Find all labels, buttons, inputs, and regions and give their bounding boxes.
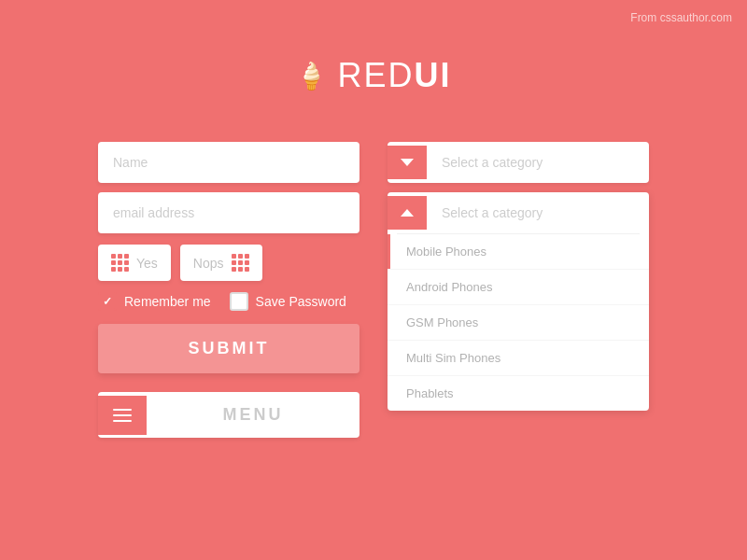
logo-icon: 🍦 — [295, 61, 328, 91]
dropdown-item-label: Multi Sim Phones — [406, 351, 500, 365]
radio-yes-button[interactable]: Yes — [98, 245, 171, 281]
dropdown-item-label: Phablets — [406, 386, 454, 400]
checkbox-row: ✓ Remember me Save Password — [98, 292, 359, 311]
select-closed[interactable]: Select a category — [388, 142, 649, 183]
select-closed-text: Select a category — [427, 142, 649, 183]
dropdown-item-phablets[interactable]: Phablets — [388, 375, 649, 411]
dropdown-item-multi-sim[interactable]: Multi Sim Phones — [388, 340, 649, 375]
submit-button[interactable]: SUBMIT — [98, 324, 359, 373]
checkbox-remember-label: Remember me — [124, 294, 211, 309]
watermark: From cssauthor.com — [630, 11, 732, 24]
left-column: Yes Nops ✓ Remember me Save Pa — [98, 142, 359, 438]
menu-line-3 — [113, 420, 132, 422]
logo-text: REDUI — [337, 56, 451, 95]
checkbox-save-box[interactable] — [230, 292, 248, 311]
email-input[interactable] — [98, 192, 359, 233]
select-arrow-down-icon — [388, 146, 427, 179]
checkbox-remember-box[interactable]: ✓ — [98, 292, 117, 311]
logo-thin: RED — [337, 56, 414, 94]
dropdown-item-android-phones[interactable]: Android Phones — [388, 269, 649, 304]
menu-line-1 — [113, 409, 132, 411]
select-open-text: Select a category — [427, 192, 649, 233]
dropdown-item-label: Mobile Phones — [406, 245, 486, 259]
radio-group: Yes Nops — [98, 245, 359, 281]
select-open-header[interactable]: Select a category — [388, 192, 649, 233]
checkmark-icon: ✓ — [103, 295, 112, 308]
hamburger-icon — [98, 396, 147, 435]
chevron-down-icon — [401, 159, 414, 166]
logo-bold: UI — [415, 56, 452, 94]
dropdown-item-mobile-phones[interactable]: Mobile Phones — [388, 234, 649, 269]
main-content: Yes Nops ✓ Remember me Save Pa — [0, 142, 747, 438]
name-input[interactable] — [98, 142, 359, 183]
select-arrow-up-icon — [388, 196, 427, 230]
radio-nops-button[interactable]: Nops — [180, 245, 262, 281]
checkbox-remember[interactable]: ✓ Remember me — [98, 292, 211, 311]
checkbox-save-label: Save Password — [256, 294, 346, 309]
menu-label: MENU — [147, 392, 359, 438]
right-column: Select a category Select a category Mobi… — [388, 142, 649, 438]
menu-button[interactable]: MENU — [98, 392, 359, 438]
radio-yes-label: Yes — [136, 256, 158, 271]
dropdown-item-label: GSM Phones — [406, 315, 478, 329]
select-open[interactable]: Select a category Mobile Phones Android … — [388, 192, 649, 411]
accent-bar — [388, 234, 390, 269]
checkbox-save[interactable]: Save Password — [230, 292, 346, 311]
grid-icon-yes — [111, 254, 129, 272]
dropdown-item-label: Android Phones — [406, 280, 493, 294]
grid-icon-nops — [232, 254, 249, 272]
logo: 🍦 REDUI — [295, 56, 451, 95]
chevron-up-icon — [401, 209, 414, 217]
radio-nops-label: Nops — [193, 256, 224, 271]
dropdown-item-gsm-phones[interactable]: GSM Phones — [388, 304, 649, 340]
menu-line-2 — [113, 414, 132, 416]
